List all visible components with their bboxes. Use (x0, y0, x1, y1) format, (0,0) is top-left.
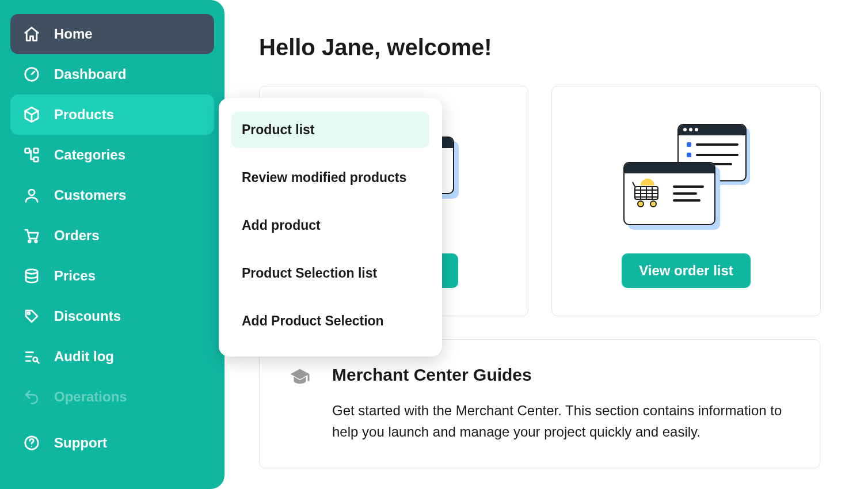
nav-item-customers[interactable]: Customers (10, 175, 214, 215)
nav-label: Operations (54, 389, 127, 405)
graduation-cap-icon (288, 365, 311, 388)
nav-label: Audit log (54, 348, 114, 365)
nav-item-dashboard[interactable]: Dashboard (10, 54, 214, 94)
nav-label: Customers (54, 187, 126, 203)
submenu-item-add-product[interactable]: Add product (231, 207, 429, 244)
guides-text: Get started with the Merchant Center. Th… (332, 400, 791, 442)
view-order-list-button-2[interactable]: View order list (622, 253, 751, 288)
nav-item-orders[interactable]: Orders (10, 215, 214, 256)
nav-label: Prices (54, 268, 96, 284)
guides-card: Merchant Center Guides Get started with … (259, 339, 820, 468)
nav-item-prices[interactable]: Prices (10, 256, 214, 296)
nav-item-products[interactable]: Products (10, 94, 214, 135)
nav-item-discounts[interactable]: Discounts (10, 296, 214, 336)
svg-point-13 (638, 201, 644, 207)
tag-icon (22, 306, 41, 326)
nav-label: Dashboard (54, 66, 126, 82)
nav-label: Orders (54, 228, 100, 244)
svg-point-5 (28, 240, 31, 242)
help-icon (22, 433, 41, 453)
tree-icon (22, 145, 41, 165)
home-icon (22, 24, 41, 44)
svg-point-11 (31, 446, 32, 447)
page-title: Hello Jane, welcome! (259, 35, 833, 60)
coins-icon (22, 266, 41, 286)
svg-point-14 (650, 201, 656, 207)
nav-item-home[interactable]: Home (10, 14, 214, 54)
cart-icon (22, 226, 41, 245)
guides-title: Merchant Center Guides (332, 365, 791, 385)
nav-item-support[interactable]: Support (10, 423, 214, 463)
nav-label: Support (54, 435, 107, 451)
orders-illustration (569, 109, 803, 253)
submenu-item-add-product-selection[interactable]: Add Product Selection (231, 303, 429, 339)
nav-label: Products (54, 107, 114, 123)
nav-item-audit-log[interactable]: Audit log (10, 336, 214, 377)
nav-label: Home (54, 26, 93, 42)
products-submenu: Product list Review modified products Ad… (219, 98, 442, 357)
nav-label: Discounts (54, 308, 121, 324)
submenu-item-product-list[interactable]: Product list (231, 112, 429, 148)
svg-rect-2 (34, 149, 39, 153)
submenu-item-review-modified[interactable]: Review modified products (231, 160, 429, 196)
list-search-icon (22, 347, 41, 366)
cube-icon (22, 105, 41, 124)
nav-item-operations[interactable]: Operations (10, 377, 214, 417)
nav-item-categories[interactable]: Categories (10, 135, 214, 175)
svg-point-6 (35, 240, 37, 242)
submenu-item-product-selection-list[interactable]: Product Selection list (231, 255, 429, 291)
nav-label: Categories (54, 147, 125, 163)
svg-point-4 (29, 189, 35, 195)
svg-point-8 (28, 312, 30, 314)
person-icon (22, 185, 41, 205)
gauge-icon (22, 65, 41, 84)
undo-icon (22, 387, 41, 407)
sidebar: Home Dashboard Products Categories Custo… (0, 0, 224, 489)
svg-point-7 (26, 270, 37, 274)
card-orders: View order list (551, 86, 821, 316)
cart-illustration-icon (631, 176, 666, 211)
